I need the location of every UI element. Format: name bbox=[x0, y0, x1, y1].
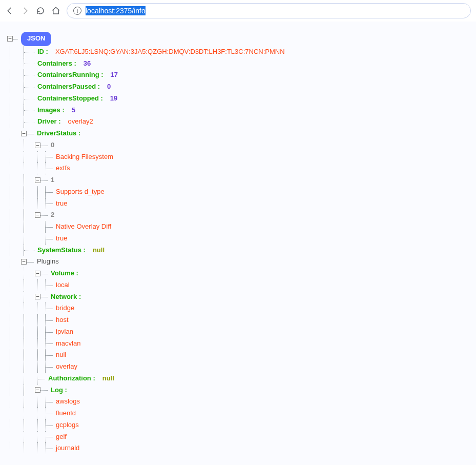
value: extfs bbox=[56, 163, 70, 174]
field-plugins-log: − Log : bbox=[7, 385, 476, 396]
plugins-log-item: journald bbox=[7, 442, 476, 454]
driver-status-1-val: true bbox=[7, 198, 476, 210]
value: null bbox=[93, 245, 105, 256]
field-plugins-volume: − Volume : bbox=[7, 268, 476, 279]
key: ContainersStopped : bbox=[37, 93, 103, 105]
url-selection: localhost:2375/info bbox=[86, 6, 146, 15]
plugins-network-item: bridge bbox=[7, 302, 476, 314]
address-bar[interactable]: i localhost:2375/info bbox=[67, 3, 471, 18]
value: 5 bbox=[72, 105, 75, 116]
driver-status-0: − 0 bbox=[7, 139, 476, 151]
back-button[interactable] bbox=[5, 6, 14, 15]
value: XGAT:6LJ5:LSNQ:GYAN:3JA5:QZGH:DMQV:D3DT:… bbox=[55, 46, 285, 58]
value: 19 bbox=[110, 93, 117, 105]
root-node: − JSON bbox=[7, 32, 476, 46]
collapse-icon[interactable]: − bbox=[35, 143, 40, 148]
collapse-icon[interactable]: − bbox=[21, 131, 27, 136]
plugins-network-item: macvlan bbox=[7, 338, 476, 350]
plugins-network-item: host bbox=[7, 314, 476, 326]
value: macvlan bbox=[56, 338, 80, 350]
driver-status-0-key: Backing Filesystem bbox=[7, 151, 476, 163]
value: overlay bbox=[56, 361, 77, 373]
collapse-icon[interactable]: − bbox=[7, 36, 13, 42]
key: Authorization : bbox=[48, 373, 95, 385]
value: local bbox=[56, 279, 70, 291]
field-containers-paused: ContainersPaused : 0 bbox=[7, 81, 476, 93]
key: Plugins bbox=[37, 256, 59, 268]
value: gcplogs bbox=[56, 419, 79, 431]
key: ContainersPaused : bbox=[37, 81, 100, 93]
key: Log : bbox=[51, 385, 67, 396]
field-driver-status: − DriverStatus : bbox=[7, 128, 476, 139]
driver-status-2-key: Native Overlay Diff bbox=[7, 221, 476, 233]
collapse-icon[interactable]: − bbox=[35, 294, 40, 299]
plugins-volume-0: local bbox=[7, 279, 476, 291]
collapse-icon[interactable]: − bbox=[35, 387, 40, 393]
plugins-network-item: overlay bbox=[7, 361, 476, 373]
key: Images : bbox=[37, 105, 65, 116]
field-system-status: SystemStatus : null bbox=[7, 245, 476, 256]
plugins-network-item: null bbox=[7, 349, 476, 361]
key: SystemStatus : bbox=[37, 245, 86, 256]
field-containers-stopped: ContainersStopped : 19 bbox=[7, 93, 476, 105]
value: awslogs bbox=[56, 396, 80, 408]
value: 17 bbox=[111, 69, 118, 81]
browser-toolbar: i localhost:2375/info bbox=[0, 0, 476, 22]
reload-button[interactable] bbox=[36, 6, 45, 15]
field-plugins-network: − Network : bbox=[7, 291, 476, 303]
value: Supports d_type bbox=[56, 186, 105, 198]
key: ID : bbox=[37, 46, 48, 58]
forward-button bbox=[20, 6, 30, 15]
value: ipvlan bbox=[56, 326, 73, 338]
value: null bbox=[102, 373, 114, 385]
plugins-log-item: gcplogs bbox=[7, 419, 476, 431]
index: 2 bbox=[51, 209, 54, 221]
driver-status-1-key: Supports d_type bbox=[7, 186, 476, 198]
key: DriverStatus : bbox=[37, 128, 80, 139]
home-button[interactable] bbox=[51, 6, 60, 15]
field-containers: Containers : 36 bbox=[7, 58, 476, 70]
field-plugins-authorization: Authorization : null bbox=[7, 373, 476, 385]
value: host bbox=[56, 314, 69, 326]
json-viewer: − JSON ID : XGAT:6LJ5:LSNQ:GYAN:3JA5:QZG… bbox=[0, 22, 476, 460]
plugins-log-item: gelf bbox=[7, 431, 476, 443]
json-badge: JSON bbox=[21, 32, 51, 46]
key: Network : bbox=[51, 291, 81, 303]
field-containers-running: ContainersRunning : 17 bbox=[7, 69, 476, 81]
value: journald bbox=[56, 442, 79, 454]
value: null bbox=[56, 349, 66, 361]
field-driver: Driver : overlay2 bbox=[7, 116, 476, 128]
plugins-network-item: ipvlan bbox=[7, 326, 476, 338]
collapse-icon[interactable]: − bbox=[35, 271, 40, 276]
value: true bbox=[56, 198, 67, 210]
value: Backing Filesystem bbox=[56, 151, 113, 163]
value: Native Overlay Diff bbox=[56, 221, 111, 233]
plugins-log-item: awslogs bbox=[7, 396, 476, 408]
field-id: ID : XGAT:6LJ5:LSNQ:GYAN:3JA5:QZGH:DMQV:… bbox=[7, 46, 476, 58]
field-images: Images : 5 bbox=[7, 105, 476, 116]
index: 1 bbox=[51, 174, 54, 186]
index: 0 bbox=[51, 139, 54, 151]
driver-status-0-val: extfs bbox=[7, 163, 476, 174]
collapse-icon[interactable]: − bbox=[21, 259, 27, 265]
url-text: localhost:2375/info bbox=[86, 7, 146, 15]
key: Volume : bbox=[51, 268, 78, 279]
value: bridge bbox=[56, 302, 74, 314]
value: fluentd bbox=[56, 408, 76, 419]
value: 36 bbox=[84, 58, 91, 70]
value: true bbox=[56, 233, 67, 245]
value: 0 bbox=[107, 81, 111, 93]
plugins-log-item: fluentd bbox=[7, 408, 476, 419]
key: Driver : bbox=[37, 116, 61, 128]
driver-status-1: − 1 bbox=[7, 174, 476, 186]
collapse-icon[interactable]: − bbox=[35, 177, 40, 183]
key: Containers : bbox=[37, 58, 76, 70]
value: overlay2 bbox=[68, 116, 93, 128]
value: gelf bbox=[56, 431, 67, 443]
driver-status-2: − 2 bbox=[7, 209, 476, 221]
key: ContainersRunning : bbox=[37, 69, 104, 81]
driver-status-2-val: true bbox=[7, 233, 476, 245]
collapse-icon[interactable]: − bbox=[35, 212, 40, 218]
site-info-icon[interactable]: i bbox=[73, 7, 81, 15]
field-plugins: − Plugins bbox=[7, 256, 476, 268]
